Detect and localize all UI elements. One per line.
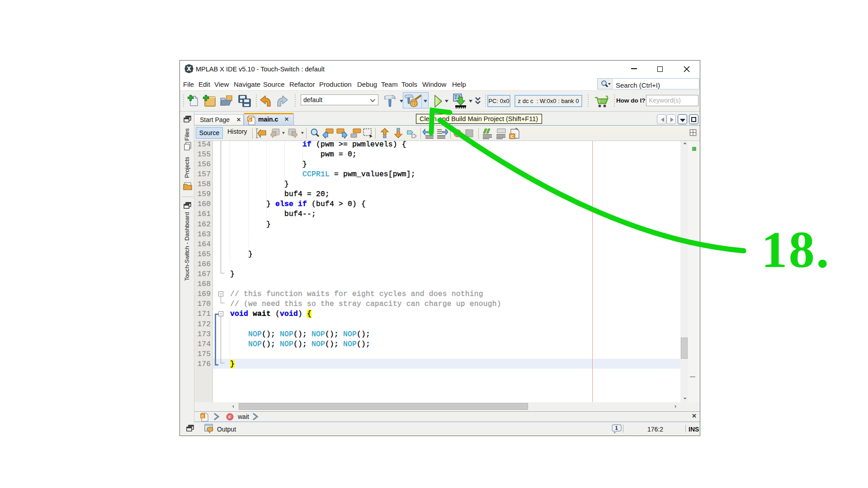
svg-text:C: C xyxy=(201,414,204,418)
svg-text:C: C xyxy=(511,134,514,139)
svg-text:C: C xyxy=(248,117,251,122)
svg-text:1: 1 xyxy=(615,425,618,431)
svg-text:F: F xyxy=(229,414,231,419)
